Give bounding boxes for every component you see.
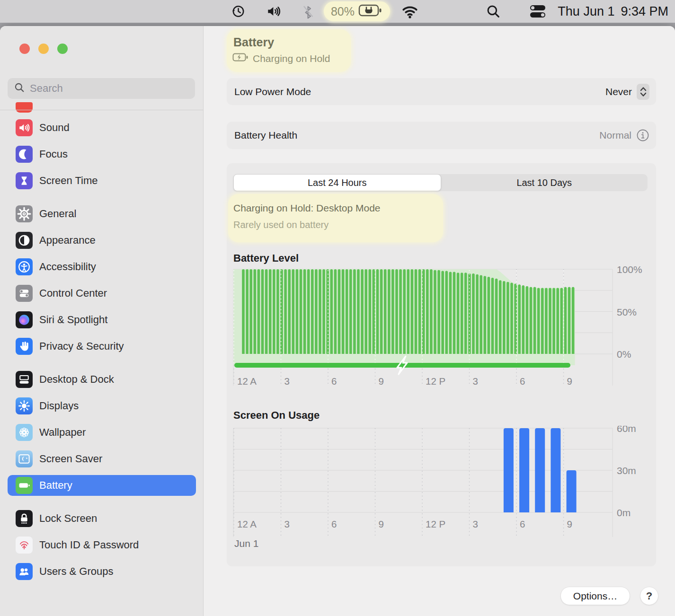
time-range-tabs: Last 24 Hours Last 10 Days <box>233 174 648 191</box>
sidebar-item-displays[interactable]: Displays <box>8 396 196 416</box>
sidebar-item-wallpaper[interactable]: Wallpaper <box>8 422 196 443</box>
sidebar-item-label: Appearance <box>39 234 96 246</box>
chart-date-label: Jun 1 <box>234 538 258 549</box>
sidebar: SoundFocusScreen TimeGeneralAppearanceAc… <box>0 26 204 616</box>
sidebar-item-label: Displays <box>39 400 79 412</box>
tab-last-24-hours[interactable]: Last 24 Hours <box>233 174 441 191</box>
svg-text:50%: 50% <box>617 307 637 317</box>
battery-level-chart: 12 A36912 P369100%50%0% <box>227 265 656 390</box>
siri-and-spotlight-icon <box>16 311 33 328</box>
sidebar-divider <box>0 110 204 110</box>
control-center-icon <box>16 285 33 302</box>
spotlight-search-icon[interactable] <box>484 0 503 23</box>
help-button[interactable]: ? <box>640 587 658 605</box>
sidebar-search-field[interactable] <box>8 78 195 99</box>
battery-plugged-icon <box>358 3 383 19</box>
wallpaper-icon <box>16 424 33 441</box>
sidebar-item-label: Wallpaper <box>39 426 86 439</box>
svg-text:0%: 0% <box>617 349 631 360</box>
appearance-icon <box>16 232 33 249</box>
low-power-mode-label: Low Power Mode <box>234 86 311 97</box>
charging-on-hold-callout <box>228 194 443 242</box>
zoom-window-button[interactable] <box>57 44 68 54</box>
sidebar-item-desktop-and-dock[interactable]: Desktop & Dock <box>8 369 196 390</box>
options-button[interactable]: Options… <box>560 587 630 605</box>
sidebar-item-label: Screen Time <box>39 175 98 187</box>
sidebar-item-control-center[interactable]: Control Center <box>8 283 196 304</box>
sidebar-item-sound[interactable]: Sound <box>8 117 196 138</box>
svg-text:9: 9 <box>379 376 384 387</box>
menu-bar-clock[interactable]: Thu Jun 1 9:34 PM <box>558 0 668 23</box>
page-title: Battery <box>233 35 274 49</box>
accessibility-icon <box>16 258 33 275</box>
battery-health-row: Battery Health Normal <box>227 122 656 149</box>
sidebar-item-privacy-and-security[interactable]: Privacy & Security <box>8 336 196 357</box>
callout-subtitle: Rarely used on battery <box>233 220 329 230</box>
battery-percent: 80% <box>331 5 355 18</box>
displays-icon <box>16 397 33 414</box>
privacy-and-security-icon <box>16 338 33 355</box>
volume-icon[interactable] <box>264 0 283 23</box>
minimize-window-button[interactable] <box>38 44 49 54</box>
svg-text:6: 6 <box>520 519 525 529</box>
sidebar-item-screen-saver[interactable]: Screen Saver <box>8 449 196 469</box>
svg-text:3: 3 <box>473 519 478 529</box>
tab-last-10-days[interactable]: Last 10 Days <box>441 174 648 191</box>
desktop-and-dock-icon <box>16 371 33 388</box>
sidebar-item-label: Battery <box>39 479 72 492</box>
sidebar-item-label: Control Center <box>39 287 107 299</box>
sidebar-item-label: Privacy & Security <box>39 340 124 352</box>
sidebar-item-label: Sound <box>39 122 70 134</box>
svg-text:6: 6 <box>331 376 337 387</box>
sidebar-item-label: Accessibility <box>39 261 96 273</box>
sidebar-groups: SoundFocusScreen TimeGeneralAppearanceAc… <box>0 110 204 616</box>
svg-text:12 A: 12 A <box>237 376 257 387</box>
battery-charge-status-label: Charging on Hold <box>253 53 330 64</box>
battery-usage-card: Last 24 Hours Last 10 Days Charging on H… <box>227 163 656 566</box>
sidebar-item-siri-and-spotlight[interactable]: Siri & Spotlight <box>8 309 196 330</box>
battery-health-info-button[interactable] <box>636 129 649 142</box>
svg-text:3: 3 <box>473 376 478 387</box>
notifications-icon-partial[interactable] <box>16 102 33 113</box>
battery-icon <box>16 477 33 494</box>
sidebar-item-accessibility[interactable]: Accessibility <box>8 256 196 277</box>
touch-id-and-password-icon <box>16 537 33 554</box>
menu-bar-date: Thu Jun 1 <box>558 4 614 19</box>
lock-screen-icon <box>16 510 33 527</box>
sidebar-item-appearance[interactable]: Appearance <box>8 230 196 251</box>
screen-on-usage-chart: 12 A36912 P36960m30m0mJun 1 <box>227 426 656 551</box>
screen-on-usage-chart-title: Screen On Usage <box>233 409 320 422</box>
sidebar-item-screen-time[interactable]: Screen Time <box>8 170 196 191</box>
svg-text:6: 6 <box>331 519 337 529</box>
menu-bar-time: 9:34 PM <box>621 4 668 19</box>
sidebar-item-label: General <box>39 208 76 220</box>
sidebar-item-users-and-groups[interactable]: Users & Groups <box>8 561 196 582</box>
battery-status-highlight[interactable]: 80% <box>324 1 390 21</box>
battery-settings-pane: Battery Charging on Hold Low Power Mode … <box>204 26 675 616</box>
search-input[interactable] <box>30 82 189 95</box>
wifi-icon[interactable] <box>400 0 420 23</box>
control-center-icon[interactable] <box>524 0 551 23</box>
svg-text:12 P: 12 P <box>426 519 445 529</box>
svg-text:6: 6 <box>520 376 525 387</box>
screen-saver-icon <box>16 450 33 467</box>
close-window-button[interactable] <box>19 44 30 54</box>
battery-health-value: Normal <box>599 130 631 141</box>
sidebar-item-general[interactable]: General <box>8 203 196 224</box>
sidebar-item-battery[interactable]: Battery <box>8 475 196 496</box>
sidebar-item-label: Touch ID & Password <box>39 539 139 551</box>
users-and-groups-icon <box>16 563 33 580</box>
sidebar-item-lock-screen[interactable]: Lock Screen <box>8 508 196 529</box>
sidebar-item-focus[interactable]: Focus <box>8 144 196 165</box>
svg-text:3: 3 <box>284 519 290 529</box>
battery-charge-status: Charging on Hold <box>232 53 330 64</box>
svg-text:100%: 100% <box>617 265 642 275</box>
focus-icon <box>16 146 33 163</box>
bluetooth-off-icon[interactable] <box>300 0 316 23</box>
callout-title: Charging on Hold: Desktop Mode <box>233 202 381 214</box>
history-icon[interactable] <box>230 0 246 23</box>
search-icon <box>13 81 26 96</box>
general-icon <box>16 205 33 222</box>
low-power-mode-select[interactable] <box>637 84 649 100</box>
sidebar-item-touch-id-and-password[interactable]: Touch ID & Password <box>8 535 196 555</box>
